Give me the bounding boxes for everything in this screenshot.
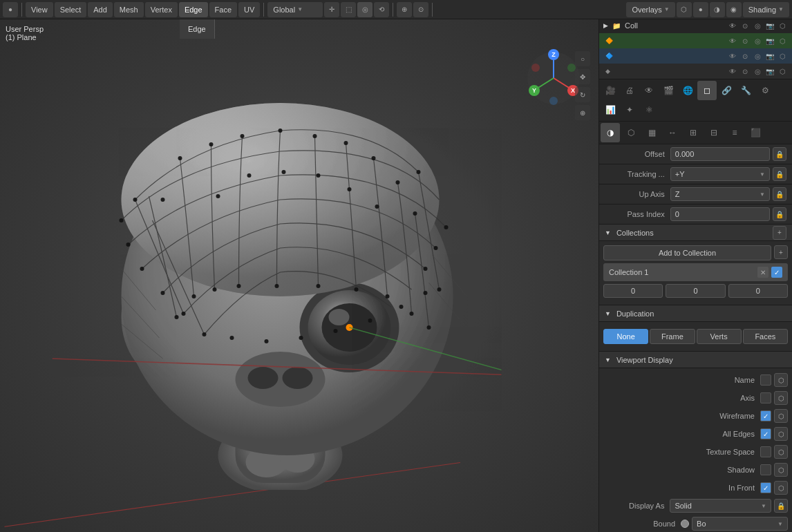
solid-icon[interactable]: ● [693, 2, 708, 17]
box-select-icon[interactable]: ⬚ [341, 2, 356, 17]
texture-extra[interactable]: ⬡ [774, 445, 788, 459]
offset-field[interactable]: 0.000 [670, 147, 770, 161]
in-front-checkbox[interactable]: ✓ [760, 482, 771, 493]
axis-checkbox[interactable] [760, 392, 771, 403]
up-axis-lock[interactable]: 🔒 [773, 187, 786, 201]
cursor-icon[interactable]: ✛ [324, 2, 339, 17]
obj-ren[interactable]: ◎ [752, 35, 763, 46]
name-extra[interactable]: ⬡ [774, 373, 788, 387]
add-collection-btn[interactable]: Add to Collection [603, 245, 771, 260]
menu-face[interactable]: Face [209, 2, 237, 17]
collection-check[interactable]: ✓ [771, 267, 782, 278]
props-tab-render[interactable]: 🎥 [601, 81, 620, 100]
props-tab-modifier[interactable]: 🔧 [736, 81, 755, 100]
obj-sel[interactable]: ⊙ [739, 35, 751, 46]
props-tab-constraints[interactable]: 🔗 [717, 81, 736, 100]
bound-dropdown[interactable]: Bo ▼ [692, 517, 788, 531]
obj-cam[interactable]: 📷 [764, 35, 775, 46]
dup-frame-btn[interactable]: Frame [650, 329, 695, 344]
sub-tab-1[interactable]: ◑ [601, 123, 620, 142]
render-icon[interactable]: ◉ [726, 2, 742, 17]
name-checkbox[interactable] [760, 374, 771, 386]
add-collection-plus[interactable]: + [774, 245, 788, 259]
obj-vp[interactable]: ⬡ [777, 35, 788, 46]
menu-edge[interactable]: Edge [179, 2, 208, 17]
bound-dot[interactable] [681, 520, 689, 528]
proportional-icon[interactable]: ⊙ [413, 2, 428, 17]
obj2-cam[interactable]: 📷 [764, 50, 775, 61]
obj3-vp[interactable]: ⬡ [777, 66, 788, 77]
shadow-extra[interactable]: ⬡ [774, 463, 788, 477]
mode-selector[interactable]: Global ▼ [267, 2, 323, 17]
dup-none-btn[interactable]: None [603, 329, 648, 344]
nav-arrows-icon[interactable]: ✥ [575, 69, 590, 84]
y-field[interactable]: 0 [666, 284, 725, 298]
transform-icon[interactable]: ⟲ [374, 2, 389, 17]
obj3-cam[interactable]: 📷 [764, 66, 775, 77]
props-tab-scene[interactable]: 🎬 [659, 81, 678, 100]
props-tab-object[interactable]: ◻ [697, 81, 717, 100]
display-as-extra[interactable]: 🔒 [774, 499, 788, 513]
all-edges-checkbox[interactable]: ✓ [760, 428, 771, 439]
overlays-btn[interactable]: Overlays ▼ [626, 2, 675, 17]
obj2-vp[interactable]: ⬡ [777, 50, 788, 61]
select-icon[interactable]: ⊙ [739, 20, 751, 31]
collection-item-1[interactable]: Collection 1 ✕ ✓ [603, 263, 788, 281]
wireframe-icon[interactable]: ⬡ [677, 2, 692, 17]
z-field[interactable]: 0 [728, 284, 788, 298]
tree-row-obj3[interactable]: ◆ 👁 ⊙ ◎ 📷 ⬡ [599, 64, 792, 79]
cam-icon-2[interactable]: 📷 [764, 20, 775, 31]
sub-tab-7[interactable]: ≡ [725, 123, 744, 142]
dup-verts-btn[interactable]: Verts [697, 329, 742, 344]
obj3-ren[interactable]: ◎ [752, 66, 763, 77]
props-tab-physics[interactable]: ⚛ [639, 100, 659, 120]
collections-add-icon[interactable]: + [773, 226, 786, 240]
pass-index-lock[interactable]: 🔒 [773, 207, 786, 221]
texture-space-checkbox[interactable] [760, 446, 771, 457]
collections-header[interactable]: ▼ Collections + [599, 225, 792, 241]
render-icon-2[interactable]: ◎ [752, 20, 763, 31]
vp-icon-2[interactable]: ⬡ [777, 20, 788, 31]
obj2-sel[interactable]: ⊙ [739, 50, 751, 61]
tracking-lock[interactable]: 🔒 [773, 167, 786, 181]
app-icon[interactable]: ● [3, 2, 18, 17]
display-as-dropdown[interactable]: Solid ▼ [670, 499, 771, 513]
sub-tab-2[interactable]: ⬡ [621, 123, 641, 142]
shading-btn[interactable]: Shading ▼ [743, 2, 789, 17]
viewport[interactable]: User Persp (1) Plane [0, 19, 598, 532]
nav-rotate-icon[interactable]: ↻ [575, 87, 590, 102]
tree-row-obj2[interactable]: 🔷 👁 ⊙ ◎ 📷 ⬡ [599, 48, 792, 64]
sub-tab-8[interactable]: ⬛ [746, 123, 765, 142]
props-tab-world[interactable]: 🌐 [678, 81, 697, 100]
obj3-sel[interactable]: ⊙ [739, 66, 751, 77]
obj-vis[interactable]: 👁 [727, 35, 738, 46]
menu-uv[interactable]: UV [238, 2, 260, 17]
wireframe-extra[interactable]: ⬡ [774, 409, 788, 423]
edge-tab[interactable]: Edge [180, 19, 215, 39]
pass-index-field[interactable]: 0 [670, 207, 770, 221]
props-tab-particles[interactable]: ✦ [620, 100, 639, 120]
menu-vertex[interactable]: Vertex [145, 2, 178, 17]
obj3-vis[interactable]: 👁 [727, 66, 738, 77]
sub-tab-3[interactable]: ▦ [642, 123, 661, 142]
axis-extra[interactable]: ⬡ [774, 391, 788, 405]
material-icon[interactable]: ◑ [710, 2, 725, 17]
props-tab-shader[interactable]: ⚙ [755, 81, 775, 100]
wireframe-checkbox[interactable]: ✓ [760, 410, 771, 421]
all-edges-extra[interactable]: ⬡ [774, 427, 788, 441]
tracking-dropdown[interactable]: +Y ▼ [670, 167, 770, 181]
menu-add[interactable]: Add [88, 2, 113, 17]
nav-zoom-icon[interactable]: ⊕ [575, 105, 590, 120]
obj2-ren[interactable]: ◎ [752, 50, 763, 61]
shadow-checkbox[interactable] [760, 464, 771, 475]
up-axis-dropdown[interactable]: Z ▼ [670, 187, 770, 201]
sub-tab-4[interactable]: ↔ [663, 123, 682, 142]
vp-display-header[interactable]: ▼ Viewport Display [599, 352, 792, 368]
in-front-extra[interactable]: ⬡ [774, 481, 788, 495]
offset-lock[interactable]: 🔒 [773, 147, 786, 161]
sub-tab-6[interactable]: ⊟ [704, 123, 724, 142]
props-tab-data[interactable]: 📊 [601, 100, 620, 120]
dup-faces-btn[interactable]: Faces [743, 329, 788, 344]
visibility-icon[interactable]: 👁 [727, 20, 738, 31]
collection-remove-btn[interactable]: ✕ [757, 267, 769, 278]
